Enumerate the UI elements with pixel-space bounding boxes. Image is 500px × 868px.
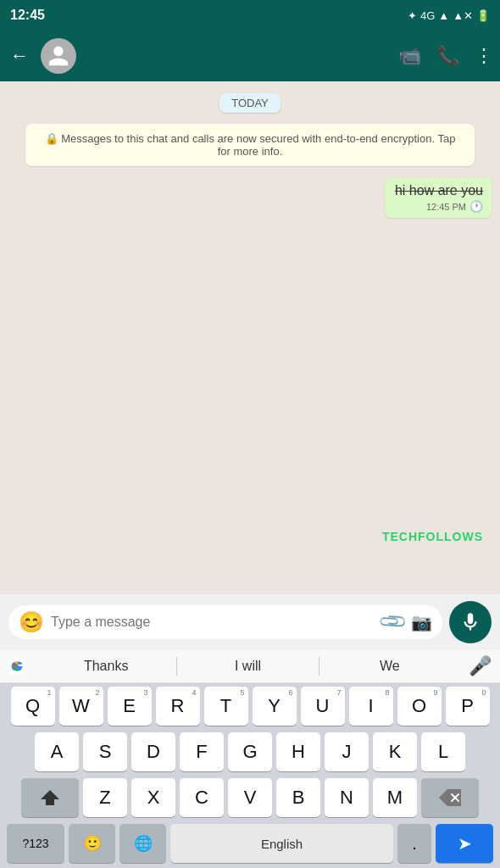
mic-icon [459, 611, 481, 633]
key-w[interactable]: 2W [59, 687, 103, 726]
key-u[interactable]: 7U [301, 687, 345, 726]
wifi-icon: ▲ [438, 9, 449, 22]
key-row-1: 1Q 2W 3E 4R 5T 6Y 7U 8I 9O 0P [3, 687, 497, 726]
signal-bars: ▲✕ [453, 9, 473, 22]
key-o[interactable]: 9O [397, 687, 442, 726]
status-icons: ✦ 4G ▲ ▲✕ 🔋 [408, 9, 490, 22]
key-b[interactable]: B [276, 778, 320, 817]
shift-arrow-icon [41, 788, 59, 807]
key-k[interactable]: K [373, 732, 417, 771]
suggestion-thanks[interactable]: Thanks [36, 655, 176, 677]
keyboard: G G Thanks I will We 🎤 1Q 2W 3E 4R 5T [0, 650, 500, 868]
key-j[interactable]: J [325, 732, 369, 771]
key-q[interactable]: 1Q [11, 687, 55, 726]
header: ← 📹 📞 ⋮ [0, 31, 500, 81]
key-c[interactable]: C [180, 778, 224, 817]
backspace-icon [439, 789, 461, 806]
suggestion-we[interactable]: We [319, 655, 460, 677]
message-tick: 🕐 [469, 200, 483, 213]
chat-area: TODAY 🔒 Messages to this chat and calls … [0, 81, 500, 594]
key-s[interactable]: S [83, 732, 127, 771]
video-call-button[interactable]: 📹 [398, 45, 421, 67]
key-t[interactable]: 5T [204, 687, 248, 726]
google-logo: G G [8, 657, 27, 676]
message-time: 12:45 PM [426, 202, 466, 212]
watermark: TECHFOLLOWS [382, 530, 483, 543]
security-text: 🔒 Messages to this chat and calls are no… [45, 132, 456, 158]
sym-key[interactable]: ?123 [7, 824, 64, 863]
mic-suggestion-icon[interactable]: 🎤 [469, 655, 492, 677]
key-h[interactable]: H [276, 732, 320, 771]
mic-button[interactable] [449, 601, 492, 643]
avatar-icon [47, 44, 70, 68]
key-row-bottom: ?123 🙂 🌐 English . ➤ [3, 824, 497, 863]
key-f[interactable]: F [180, 732, 224, 771]
key-d[interactable]: D [131, 732, 175, 771]
today-label: TODAY [219, 93, 281, 113]
key-n[interactable]: N [325, 778, 369, 817]
status-bar: 12:45 ✦ 4G ▲ ▲✕ 🔋 [0, 0, 500, 31]
key-m[interactable]: M [373, 778, 417, 817]
key-p[interactable]: 0P [446, 687, 490, 726]
avatar[interactable] [41, 38, 76, 74]
message-input-container[interactable]: 😊 📎 📷 [8, 605, 442, 639]
suggestions-bar: G G Thanks I will We 🎤 [0, 650, 500, 683]
emoji-key[interactable]: 🙂 [69, 824, 115, 863]
emoji-icon[interactable]: 😊 [19, 610, 44, 634]
key-rows: 1Q 2W 3E 4R 5T 6Y 7U 8I 9O 0P A S D F G … [0, 683, 500, 863]
key-l[interactable]: L [421, 732, 465, 771]
space-key[interactable]: English [170, 824, 393, 863]
attach-icon[interactable]: 📎 [377, 606, 408, 637]
key-g[interactable]: G [228, 732, 272, 771]
key-x[interactable]: X [131, 778, 175, 817]
key-row-2: A S D F G H J K L [3, 732, 497, 771]
suggestion-iwill[interactable]: I will [177, 655, 318, 677]
network-label: 4G [420, 9, 435, 22]
status-time: 12:45 [10, 8, 45, 23]
message-input[interactable] [51, 615, 375, 630]
messages: hi how are you 12:45 PM 🕐 [8, 178, 492, 587]
period-key[interactable]: . [397, 824, 431, 863]
backspace-key[interactable] [421, 778, 479, 817]
key-row-3: Z X C V B N M [3, 778, 497, 817]
message-meta: 12:45 PM 🕐 [395, 200, 483, 213]
security-notice[interactable]: 🔒 Messages to this chat and calls are no… [25, 124, 475, 166]
phone-call-button[interactable]: 📞 [436, 45, 459, 67]
key-v[interactable]: V [228, 778, 272, 817]
key-z[interactable]: Z [83, 778, 127, 817]
today-badge: TODAY [219, 95, 281, 110]
svg-marker-3 [41, 790, 59, 805]
message-text: hi how are you [395, 183, 483, 198]
globe-key[interactable]: 🌐 [119, 824, 166, 863]
battery-icon: 🔋 [476, 9, 490, 22]
key-i[interactable]: 8I [349, 687, 393, 726]
more-options-button[interactable]: ⋮ [475, 45, 493, 67]
shift-key[interactable] [21, 778, 79, 817]
key-a[interactable]: A [35, 732, 79, 771]
key-r[interactable]: 4R [156, 687, 200, 726]
input-bar: 😊 📎 📷 [0, 594, 500, 650]
camera-icon[interactable]: 📷 [411, 612, 432, 632]
signal-icon: ✦ [408, 9, 417, 22]
key-e[interactable]: 3E [108, 687, 152, 726]
message-bubble-out: hi how are you 12:45 PM 🕐 [385, 178, 492, 218]
header-actions: 📹 📞 ⋮ [398, 45, 493, 67]
back-button[interactable]: ← [7, 42, 32, 70]
key-y[interactable]: 6Y [253, 687, 297, 726]
send-key[interactable]: ➤ [436, 824, 493, 863]
suggestions-list: Thanks I will We [36, 655, 460, 677]
google-icon: G G [8, 657, 27, 676]
